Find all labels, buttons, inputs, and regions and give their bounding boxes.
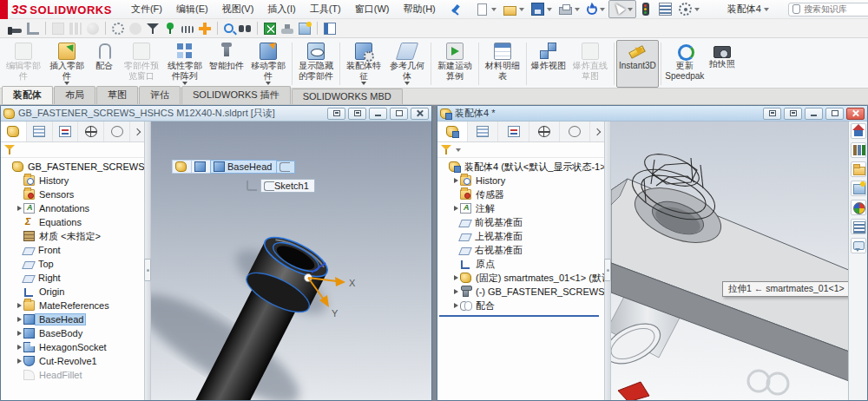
binoculars-icon[interactable] — [239, 23, 251, 35]
tab-propertymanager[interactable] — [27, 122, 53, 141]
document-switcher[interactable]: 装配体4 — [727, 3, 769, 16]
tree-item[interactable]: Origin — [1, 285, 144, 299]
ribbon-assembly-features-button[interactable]: 装配体特征 — [342, 40, 385, 88]
doc-window-icon-button[interactable] — [763, 108, 781, 120]
expand-arrow[interactable] — [15, 317, 23, 322]
image-star-icon[interactable] — [299, 23, 311, 35]
breadcrumb-feature-segment[interactable]: BaseHead — [210, 160, 277, 174]
home-icon[interactable] — [851, 123, 866, 139]
pin-green-icon[interactable] — [164, 23, 176, 35]
tree-item[interactable]: Sensors — [1, 187, 144, 201]
assembly-window-titlebar[interactable]: 装配体4 * — [437, 106, 867, 122]
view-palette-icon[interactable] — [851, 181, 866, 196]
spring-icon[interactable] — [181, 26, 194, 33]
tree-item[interactable]: MateReferences — [1, 299, 144, 312]
ribbon-insert-component-button[interactable]: 插入零部件 — [45, 40, 89, 88]
expand-arrow[interactable] — [451, 303, 460, 308]
tree-item[interactable]: 原点 — [437, 257, 604, 271]
knowledge-search[interactable] — [788, 3, 868, 16]
tab-featuremanager[interactable] — [437, 122, 468, 141]
select-button[interactable] — [608, 0, 636, 18]
ribbon-move-component-button[interactable]: 移动零部件 — [247, 40, 290, 88]
tree-item[interactable]: 上视基准面 — [437, 229, 604, 243]
tree-root-item[interactable]: 装配体4 (默认<默认_显示状态-1>) — [437, 160, 604, 174]
menu-item[interactable]: 编辑(E) — [169, 0, 215, 18]
ribbon-mate-button[interactable]: 配合 — [89, 40, 120, 88]
tab-configurationmanager[interactable] — [53, 122, 79, 141]
menu-item[interactable]: 帮助(H) — [396, 0, 442, 18]
ribbon-reference-geometry-button[interactable]: 参考几何体 — [385, 40, 429, 88]
doc-minimize-button[interactable] — [805, 108, 823, 120]
manager-tabs-overflow[interactable] — [590, 122, 604, 141]
tab-dimxpertmanager[interactable] — [529, 122, 560, 141]
tab-configurationmanager[interactable] — [498, 122, 529, 141]
custom-properties-icon[interactable] — [851, 219, 866, 234]
tree-item[interactable]: HexagonSocket — [1, 340, 144, 354]
options-button[interactable] — [675, 0, 703, 18]
expand-arrow[interactable] — [15, 206, 23, 211]
new-document-button[interactable] — [472, 1, 500, 18]
expand-arrow[interactable] — [451, 206, 460, 211]
corner-ruler-icon[interactable] — [27, 23, 39, 35]
tree-item[interactable]: 前视基准面 — [437, 215, 604, 229]
cross-orange-icon[interactable] — [199, 23, 211, 35]
doc-close-button[interactable] — [846, 108, 865, 120]
doc-window-icon-button-2[interactable] — [784, 108, 802, 120]
stamp-icon[interactable] — [281, 29, 293, 34]
breadcrumb-sketch-segment[interactable] — [276, 161, 295, 174]
tree-filter-row[interactable] — [437, 142, 604, 158]
tree-item[interactable]: 传感器 — [437, 187, 604, 201]
zoom-area-icon[interactable] — [224, 23, 233, 33]
expand-arrow[interactable] — [15, 331, 23, 336]
file-explorer-icon[interactable] — [851, 161, 866, 177]
open-document-button[interactable] — [500, 1, 528, 18]
tab-displaymanager[interactable] — [104, 122, 130, 141]
splitter-grip[interactable] — [604, 259, 611, 281]
menu-item[interactable]: 工具(T) — [303, 0, 348, 18]
tab-SOLIDWORKS 插件[interactable]: SOLIDWORKS 插件 — [181, 86, 291, 104]
tab-装配体[interactable]: 装配体 — [2, 86, 53, 104]
ribbon-exploded-view-button[interactable]: 爆炸视图 — [529, 40, 569, 88]
ribbon-bom-button[interactable]: 材料明细表 — [481, 40, 524, 88]
appearances-scenes-icon[interactable] — [851, 200, 866, 215]
ribbon-motion-study-button[interactable]: 新建运动算例 — [433, 40, 477, 88]
tab-布局[interactable]: 布局 — [54, 86, 95, 104]
part-window-titlebar[interactable]: GB_FASTENER_SCREWS_HSHCS M12X40-N.sldprt… — [1, 106, 431, 122]
tree-item[interactable]: History — [437, 174, 604, 187]
tab-dimxpertmanager[interactable] — [78, 122, 104, 141]
menu-item[interactable]: 窗口(W) — [348, 0, 397, 18]
tree-item[interactable]: 配合 — [437, 299, 604, 312]
save-button[interactable] — [528, 0, 556, 18]
splitter-grip[interactable] — [144, 259, 151, 281]
tree-item[interactable]: (固定) smartmates_01<1> (默认<< — [437, 271, 604, 285]
tree-item[interactable]: 右视基准面 — [437, 243, 604, 257]
forum-icon[interactable] — [851, 238, 866, 253]
gear-icon[interactable] — [112, 23, 124, 35]
tab-草图[interactable]: 草图 — [96, 86, 138, 104]
ribbon-update-speedpak-button[interactable]: 更新 Speedpak — [663, 40, 707, 88]
doc-restore-button[interactable] — [390, 108, 408, 120]
tree-item[interactable]: Equations — [1, 215, 144, 229]
rollback-bar[interactable] — [439, 315, 599, 317]
ribbon-instant3d-button[interactable]: Instant3D — [616, 40, 659, 88]
menu-item[interactable]: 插入(I) — [260, 0, 302, 18]
panel-splitter[interactable] — [145, 122, 151, 400]
expand-arrow[interactable] — [15, 303, 23, 308]
part-graphics-viewport[interactable]: X Y BaseHead — [151, 122, 431, 400]
tab-featuremanager[interactable] — [1, 122, 27, 141]
doc-close-button[interactable] — [411, 108, 429, 120]
design-library-icon[interactable] — [851, 142, 866, 158]
tab-SOLIDWORKS MBD[interactable]: SOLIDWORKS MBD — [292, 89, 403, 104]
tree-root-item[interactable]: GB_FASTENER_SCREWS_HSHCS M — [1, 160, 144, 174]
tree-item[interactable]: (-) GB_FASTENER_SCREWS_HSHCS — [437, 285, 604, 299]
fastener-icon[interactable] — [10, 29, 22, 33]
tree-item[interactable]: 注解 — [437, 201, 604, 215]
doc-window-icon-button[interactable] — [327, 108, 345, 120]
menu-item[interactable]: 视图(V) — [215, 0, 261, 18]
sketch-chip[interactable]: Sketch1 — [260, 179, 315, 193]
tree-item[interactable]: 材质 <未指定> — [1, 229, 144, 243]
expand-arrow[interactable] — [15, 345, 23, 350]
print-button[interactable] — [556, 1, 583, 17]
tree-item[interactable]: Top — [1, 257, 144, 271]
tree-item[interactable]: Right — [1, 271, 144, 285]
